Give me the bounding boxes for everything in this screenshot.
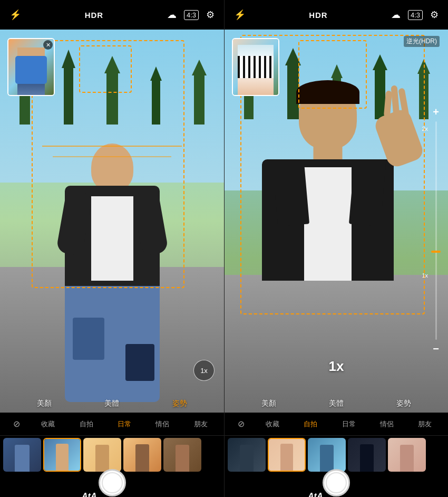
zoom-minus-icon[interactable]: − — [433, 343, 439, 355]
thumb-jacket-left — [15, 56, 47, 84]
filter-thumb-1-left[interactable] — [3, 438, 41, 472]
beauty-label-pose-left[interactable]: 姿勢 — [172, 399, 187, 408]
shutter-area-right — [225, 474, 448, 497]
thumbnail-overlay-right[interactable] — [232, 38, 279, 96]
effect-icon-right[interactable]: ☁ — [391, 9, 401, 21]
thumb-close-left[interactable]: ✕ — [43, 40, 53, 50]
mode-tab-collect-right[interactable]: 收藏 — [262, 417, 283, 431]
ratio-badge-left[interactable]: 4:3 — [184, 10, 199, 20]
viewfinder-left[interactable]: ✕ 1x 美顏 美體 姿勢 — [0, 30, 224, 413]
top-bar-right: ⚡ HDR ☁ 4:3 ⚙ — [225, 0, 448, 30]
thumb-stripes-right — [238, 56, 274, 78]
beauty-labels-right: 美顏 美體 姿勢 — [225, 399, 448, 408]
ata-badge-left: AtA — [82, 492, 96, 497]
zoom-mark-2x: 2x — [422, 126, 428, 132]
top-bar-center-left: HDR — [85, 11, 104, 20]
mode-tab-daily-left[interactable]: 日常 — [114, 417, 134, 431]
viewfinder-right[interactable]: 逆光(HDR) 1x + − 2x 1x 美顏 美體 姿勢 — [225, 30, 448, 413]
mode-tab-couple-right[interactable]: 情侶 — [377, 417, 397, 431]
beauty-labels-left: 美顏 美體 姿勢 — [0, 399, 224, 408]
zoom-mark-1x: 1x — [422, 272, 428, 279]
hdr-label-left: HDR — [85, 11, 104, 20]
shutter-inner-left — [102, 472, 123, 493]
face-detection-box-left — [79, 45, 132, 93]
mode-tabs-left: ⊘ 收藏 自拍 日常 情侶 朋友 — [0, 413, 224, 436]
top-bar-left: ⚡ HDR ☁ 4:3 ⚙ — [0, 0, 224, 30]
top-bar-right-icons-left: ☁ 4:3 ⚙ — [167, 9, 215, 21]
mode-tabs-right: ⊘ 收藏 自拍 日常 情侶 朋友 — [225, 413, 448, 436]
filter-thumb-5-right[interactable] — [388, 438, 426, 472]
filter-strip-right — [225, 436, 448, 474]
shutter-button-left[interactable] — [99, 469, 126, 496]
zoom-plus-icon[interactable]: + — [433, 106, 439, 118]
thumbnail-bg-right — [233, 39, 278, 95]
settings-icon-right[interactable]: ⚙ — [430, 9, 439, 21]
flash-icon-left[interactable]: ⚡ — [9, 9, 21, 21]
mode-tab-ban-right[interactable]: ⊘ — [238, 419, 245, 429]
top-bar-left-icons: ⚡ — [9, 9, 21, 21]
shutter-area-left — [0, 474, 224, 497]
style-line-left — [42, 146, 182, 147]
hdr-label-right: HDR — [309, 11, 328, 20]
zoom-level-left: 1x — [200, 367, 208, 375]
effect-icon-left[interactable]: ☁ — [167, 9, 177, 21]
filter-thumb-2-right[interactable] — [268, 438, 306, 472]
mode-tab-friend-left[interactable]: 朋友 — [191, 417, 211, 431]
shutter-inner-right — [326, 472, 347, 493]
mode-tab-daily-right[interactable]: 日常 — [339, 417, 359, 431]
mode-tab-selfie-left[interactable]: 自拍 — [76, 417, 96, 431]
style-line2-left — [53, 156, 171, 157]
beauty-label-face-right[interactable]: 美顏 — [261, 399, 276, 408]
thumbnail-overlay-left[interactable]: ✕ — [7, 38, 55, 96]
filter-thumb-3-right[interactable] — [308, 438, 346, 472]
mode-tab-friend-right[interactable]: 朋友 — [415, 417, 435, 431]
left-panel: ⚡ HDR ☁ 4:3 ⚙ — [0, 0, 224, 497]
filter-thumb-5-left[interactable] — [163, 438, 201, 472]
ata-badge-right: AtA — [308, 492, 323, 497]
zoom-slider-right[interactable]: + − — [428, 106, 444, 355]
zoom-button-left[interactable]: 1x — [193, 360, 215, 381]
beauty-label-body-right[interactable]: 美體 — [329, 399, 344, 408]
filter-thumb-4-left[interactable] — [123, 438, 161, 472]
filter-thumb-2-left[interactable] — [43, 438, 81, 472]
face-detection-box-right — [298, 40, 367, 109]
beauty-label-face-left[interactable]: 美顏 — [37, 399, 52, 408]
mode-tab-ban-left[interactable]: ⊘ — [13, 419, 20, 429]
zoom-level-right: 1x — [329, 358, 344, 375]
zoom-track-right[interactable] — [435, 121, 437, 340]
filter-thumb-3-left[interactable] — [83, 438, 121, 472]
beauty-label-pose-right[interactable]: 姿勢 — [396, 399, 411, 408]
bottom-section-left: ⊘ 收藏 自拍 日常 情侶 朋友 — [0, 413, 224, 497]
filter-strip-left — [0, 436, 224, 474]
top-bar-left-icons-right: ⚡ — [234, 9, 246, 21]
top-bar-center-right: HDR — [309, 11, 328, 20]
filter-thumb-1-right[interactable] — [228, 438, 266, 472]
bottom-section-right: ⊘ 收藏 自拍 日常 情侶 朋友 — [225, 413, 448, 497]
shutter-button-right[interactable] — [323, 469, 350, 496]
flash-icon-right[interactable]: ⚡ — [234, 9, 246, 21]
mode-tab-selfie-right[interactable]: 自拍 — [300, 417, 320, 431]
right-panel: ⚡ HDR ☁ 4:3 ⚙ — [224, 0, 448, 497]
hdr-backlight-label: 逆光(HDR) — [404, 36, 440, 47]
mode-tab-collect-left[interactable]: 收藏 — [38, 417, 58, 431]
mode-tab-couple-left[interactable]: 情侶 — [152, 417, 172, 431]
zoom-thumb-right — [431, 251, 441, 253]
filter-thumb-4-right[interactable] — [348, 438, 386, 472]
top-bar-right-icons-right: ☁ 4:3 ⚙ — [391, 9, 439, 21]
beauty-label-body-left[interactable]: 美體 — [104, 399, 119, 408]
ratio-badge-right[interactable]: 4:3 — [408, 10, 423, 20]
settings-icon-left[interactable]: ⚙ — [206, 9, 215, 21]
